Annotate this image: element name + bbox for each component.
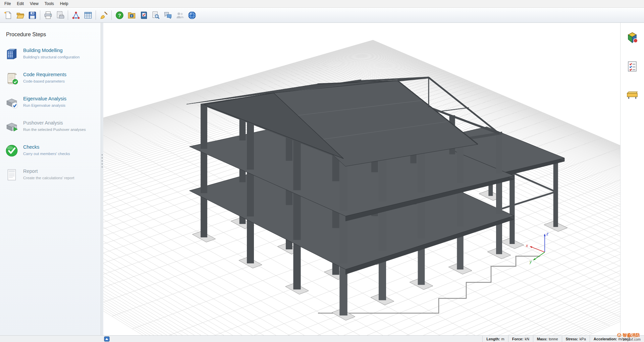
sidebar-title: Procedure Steps xyxy=(0,23,101,38)
help-icon: ? xyxy=(115,11,124,20)
menu-help[interactable]: Help xyxy=(57,0,71,7)
step-report[interactable]: Report Create the calculations' report xyxy=(0,168,101,182)
menu-bar: File Edit View Tools Help xyxy=(0,0,644,8)
checks-icon xyxy=(5,144,19,158)
menu-view[interactable]: View xyxy=(27,0,42,7)
step-subtitle: Code-based parameters xyxy=(23,79,66,83)
menu-tools[interactable]: Tools xyxy=(42,0,57,7)
open-folder-icon xyxy=(16,11,25,20)
beam-section-button[interactable] xyxy=(625,88,640,103)
page-setup-icon xyxy=(56,11,65,20)
step-subtitle: Building's structural configuration xyxy=(23,55,79,59)
beam-section-icon xyxy=(626,89,638,101)
status-mass: Mass:tonne xyxy=(533,336,562,342)
status-bar: Length:m Force:kN Mass:tonne Stress:kPa … xyxy=(0,335,644,342)
menu-file[interactable]: File xyxy=(1,0,14,7)
status-length: Length:m xyxy=(482,336,508,342)
website-globe-icon xyxy=(187,11,197,20)
save-button[interactable] xyxy=(26,9,38,21)
checked-book-icon xyxy=(139,11,148,20)
data-tables-button[interactable] xyxy=(82,9,94,21)
checked-book-button[interactable] xyxy=(138,9,150,21)
step-building-modelling[interactable]: Building Modelling Building's structural… xyxy=(0,47,101,61)
step-checks[interactable]: Checks Carry out members' checks xyxy=(0,144,101,158)
view-settings-button[interactable] xyxy=(625,30,640,45)
checks-list-icon xyxy=(626,60,638,72)
search-document-icon xyxy=(151,11,160,20)
new-file-icon xyxy=(4,11,13,20)
step-pushover-analysis[interactable]: Pushover Analysis Run the selected Pusho… xyxy=(0,119,101,134)
new-file-button[interactable] xyxy=(2,9,14,21)
status-force: Force:kN xyxy=(508,336,533,342)
watermark-text-en: zmjaxf.com xyxy=(617,338,641,342)
watermark: 智淼消防 zmjaxf.com xyxy=(617,333,641,342)
splitter-grip-icon xyxy=(102,154,103,168)
status-stress: Stress:kPa xyxy=(562,336,590,342)
step-title: Checks xyxy=(23,144,70,150)
view-settings-icon xyxy=(626,32,638,44)
clean-brush-icon xyxy=(99,11,108,20)
step-subtitle: Carry out members' checks xyxy=(23,152,70,156)
pushover-icon xyxy=(5,119,19,134)
checks-list-button[interactable] xyxy=(625,59,640,74)
svg-text:y: y xyxy=(529,259,532,264)
model-viewport-3d[interactable]: zxy xyxy=(103,23,621,336)
clean-button[interactable] xyxy=(98,9,110,21)
tutorials-button[interactable] xyxy=(125,9,138,21)
analysis-graph-button[interactable] xyxy=(70,9,82,21)
tutorials-folder-icon xyxy=(127,11,136,20)
toolbar-separator xyxy=(96,10,96,20)
svg-text:?: ? xyxy=(118,12,121,18)
step-subtitle: Run the selected Pushover analyses xyxy=(23,128,86,132)
procedure-steps-panel: Procedure Steps Building Modelling Build… xyxy=(0,23,101,336)
step-title: Eigenvalue Analysis xyxy=(23,96,66,101)
step-subtitle: Create the calculations' report xyxy=(23,176,74,180)
website-button[interactable] xyxy=(186,9,198,21)
toolbar-separator xyxy=(111,10,112,20)
open-folder-button[interactable] xyxy=(14,9,26,21)
toolbar: ? xyxy=(0,8,644,23)
step-title: Code Requirements xyxy=(23,72,66,77)
print-icon xyxy=(44,11,53,20)
building-icon xyxy=(5,47,19,61)
watermark-logo-icon xyxy=(617,333,622,338)
building-model-scene: zxy xyxy=(103,23,621,336)
step-title: Report xyxy=(23,168,74,174)
page-setup-button[interactable] xyxy=(54,9,66,21)
save-icon xyxy=(28,11,37,20)
eigenvalue-icon xyxy=(5,95,19,109)
step-eigenvalue-analysis[interactable]: Eigenvalue Analysis Run Eigenvalue analy… xyxy=(0,95,101,109)
right-tool-strip xyxy=(620,23,644,336)
svg-text:x: x xyxy=(526,243,528,248)
menu-edit[interactable]: Edit xyxy=(14,0,27,7)
svg-text:z: z xyxy=(546,232,548,236)
toolbar-separator xyxy=(68,10,68,20)
forum-chat-icon xyxy=(163,11,172,20)
watermark-text-cn: 智淼消防 xyxy=(623,333,640,338)
help-button[interactable]: ? xyxy=(113,9,125,21)
print-button[interactable] xyxy=(42,9,54,21)
users-button[interactable] xyxy=(174,9,186,21)
analysis-graph-icon xyxy=(71,11,80,20)
view-indicator-icon xyxy=(104,336,110,342)
data-tables-icon xyxy=(84,11,93,20)
forum-button[interactable] xyxy=(162,9,174,21)
code-scroll-icon xyxy=(5,71,19,85)
toolbar-separator xyxy=(40,10,40,20)
step-subtitle: Run Eigenvalue analysis xyxy=(23,103,66,107)
step-title: Building Modelling xyxy=(23,48,79,53)
users-disabled-icon xyxy=(175,11,184,20)
step-title: Pushover Analysis xyxy=(23,120,86,126)
search-document-button[interactable] xyxy=(150,9,162,21)
step-code-requirements[interactable]: Code Requirements Code-based parameters xyxy=(0,71,101,85)
report-icon xyxy=(5,168,19,182)
